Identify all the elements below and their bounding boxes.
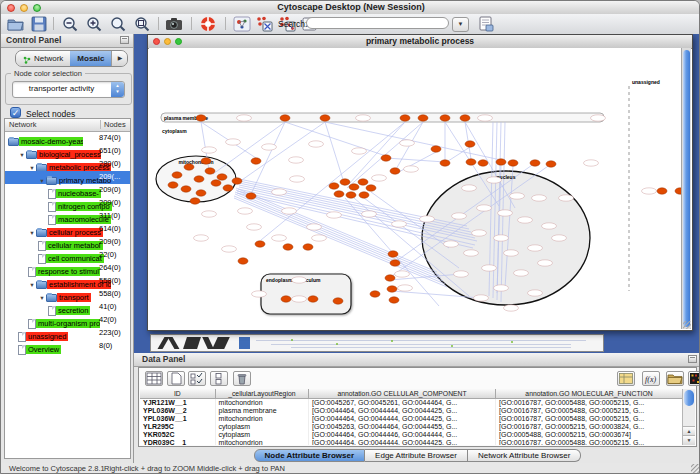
network-vertical-scrollbar[interactable] <box>681 48 691 329</box>
edge-label-node[interactable] <box>477 205 492 211</box>
edge-label-node[interactable] <box>642 188 657 194</box>
edge-label-node[interactable] <box>482 265 497 271</box>
gene-node[interactable] <box>251 158 261 164</box>
table-column-header[interactable]: _cellularLayoutRegion <box>216 389 309 399</box>
edge-label-node[interactable] <box>420 216 435 222</box>
edge-label-node[interactable] <box>282 208 297 214</box>
edge-label-node[interactable] <box>478 115 493 121</box>
attribute-grid-icon[interactable] <box>145 371 163 386</box>
gene-node[interactable] <box>320 115 330 121</box>
select-nodes-checkbox[interactable]: ✓ <box>10 107 21 118</box>
zoom-fit-icon[interactable] <box>109 16 127 32</box>
network-overview-icon[interactable] <box>233 16 251 32</box>
help-ring-icon[interactable] <box>199 16 217 32</box>
tree-row-primary-metabo[interactable]: ▼primary metabo209(... <box>5 171 130 184</box>
gene-node[interactable] <box>280 115 290 121</box>
edge-label-node[interactable] <box>400 140 415 146</box>
search-dropdown-button[interactable]: ▼ <box>452 17 469 32</box>
tree-row-response-to-stimul[interactable]: response to stimul264(0) <box>5 262 130 275</box>
gene-node[interactable] <box>333 298 343 304</box>
tree-row-cell-communicat[interactable]: cell communicat22(0) <box>5 249 130 262</box>
delete-attribute-trash-icon[interactable] <box>233 371 251 386</box>
edge-label-node[interactable] <box>584 160 599 166</box>
gene-node[interactable] <box>381 155 391 161</box>
gene-node[interactable] <box>546 161 556 167</box>
layout-transform-a-icon[interactable] <box>255 16 273 32</box>
gene-node[interactable] <box>201 158 211 164</box>
gene-node[interactable] <box>465 141 475 147</box>
table-row[interactable]: YJR121W__1mitochondrion[GO:0045267, GO:0… <box>140 399 683 407</box>
window-resize-grip[interactable] <box>691 464 700 473</box>
edge-label-node[interactable] <box>444 241 459 247</box>
edge-label-node[interactable] <box>312 235 327 241</box>
gene-node[interactable] <box>232 178 242 184</box>
edge-label-node[interactable] <box>238 208 253 214</box>
edge-label-node[interactable] <box>194 235 209 241</box>
open-attribute-folder-icon[interactable] <box>666 371 684 386</box>
gene-node[interactable] <box>460 115 470 121</box>
gene-node[interactable] <box>440 115 450 121</box>
tree-row-nitrogen-compo[interactable]: nitrogen compo209(0) <box>5 197 130 210</box>
unselect-attributes-icon[interactable] <box>210 371 228 386</box>
edge-label-node[interactable] <box>532 195 547 201</box>
tree-row-nucleobase-[interactable]: nucleobase-209(0) <box>5 184 130 197</box>
edge-label-node[interactable] <box>272 235 287 241</box>
edge-label-node[interactable] <box>226 139 241 145</box>
disclosure-triangle-icon[interactable]: ▼ <box>38 178 46 184</box>
search-input[interactable] <box>306 17 449 29</box>
gene-node[interactable] <box>440 160 450 166</box>
gene-node[interactable] <box>172 172 182 178</box>
gene-node[interactable] <box>334 191 344 197</box>
tree-row-overview[interactable]: Overview8(0) <box>5 340 130 353</box>
gene-node[interactable] <box>190 198 200 204</box>
edge-label-node[interactable] <box>247 224 262 230</box>
table-row[interactable]: YDR039C__1mitochondrion[GO:0044464, GO:0… <box>140 439 683 445</box>
tab-network[interactable]: Network <box>16 51 70 66</box>
gene-node[interactable] <box>359 192 369 198</box>
tree-row-transport[interactable]: ▼transport558(0) <box>5 288 130 301</box>
edge-label-node[interactable] <box>462 185 477 191</box>
gene-node[interactable] <box>466 159 476 165</box>
float-data-panel-icon[interactable] <box>688 355 697 363</box>
edge-label-node[interactable] <box>289 157 304 163</box>
gene-node[interactable] <box>211 180 221 186</box>
edge-label-node[interactable] <box>452 213 467 219</box>
open-session-icon[interactable] <box>7 16 25 32</box>
edge-label-node[interactable] <box>372 175 387 181</box>
gene-node[interactable] <box>196 190 206 196</box>
tree-row-mosaic-demo-yeast[interactable]: mosaic-demo-yeast874(0) <box>5 132 130 145</box>
disclosure-triangle-icon[interactable]: ▼ <box>38 295 46 301</box>
tab-mosaic[interactable]: Mosaic <box>70 51 111 66</box>
gene-node[interactable] <box>196 115 206 121</box>
gene-node[interactable] <box>184 164 194 170</box>
table-column-header[interactable]: annotation.GO MOLECULAR_FUNCTION <box>496 389 683 399</box>
table-column-header[interactable]: annotation.GO CELLULAR_COMPONENT <box>309 389 496 399</box>
edge-label-node[interactable] <box>395 271 410 277</box>
float-panel-icon[interactable] <box>120 36 129 44</box>
gene-node[interactable] <box>223 185 233 191</box>
edge-label-node[interactable] <box>362 211 377 217</box>
save-session-icon[interactable] <box>30 16 48 32</box>
zoom-out-icon[interactable] <box>61 16 79 32</box>
tree-row-secretion[interactable]: secretion41(0) <box>5 301 130 314</box>
table-row[interactable]: YLR295Ccytoplasm[GO:0045263, GO:0044464,… <box>140 423 683 431</box>
gene-node[interactable] <box>346 192 356 198</box>
gene-node[interactable] <box>400 115 410 121</box>
tab-edge-attribute-browser[interactable]: Edge Attribute Browser <box>365 449 468 462</box>
tree-row-biological-process[interactable]: ▼biological_process651(0) <box>5 145 130 158</box>
gene-node[interactable] <box>390 260 400 266</box>
edge-label-node[interactable] <box>559 195 574 201</box>
gene-node[interactable] <box>418 115 428 121</box>
edge-label-node[interactable] <box>272 189 287 195</box>
edge-label-node[interactable] <box>504 250 519 256</box>
attribute-dropdown[interactable]: transporter activity ▲▼ <box>12 81 125 98</box>
edge-label-node[interactable] <box>510 193 525 199</box>
tree-row-establishment-of-lo[interactable]: ▼establishment of lo558(0) <box>5 275 130 288</box>
gene-node[interactable] <box>385 275 395 281</box>
tree-row-cellular-process[interactable]: ▼cellular process614(0) <box>5 223 130 236</box>
edge-label-node[interactable] <box>542 223 557 229</box>
snapshot-camera-icon[interactable] <box>165 16 183 32</box>
edge-label-node[interactable] <box>464 250 479 256</box>
gene-node[interactable] <box>329 183 339 189</box>
gene-node[interactable] <box>496 159 506 165</box>
